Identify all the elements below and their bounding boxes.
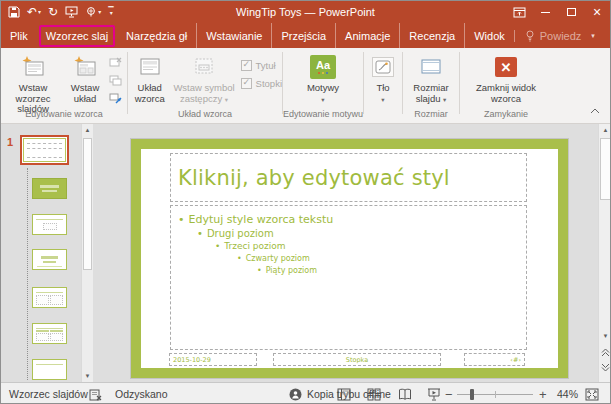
layout-thumbnail-section-header[interactable] [32, 249, 67, 270]
zoom-slider-center-tick [495, 391, 496, 398]
editor-scrollbar[interactable]: ▲ ▼ [598, 124, 611, 382]
group-closing: ✕ Zamknij widok wzorca Zamykanie [460, 48, 552, 123]
rename-slide-icon[interactable] [107, 73, 124, 88]
close-master-x-icon: ✕ [495, 57, 517, 77]
zoom-slider-thumb[interactable] [470, 389, 474, 400]
undo-icon[interactable]: ↶▾ [27, 6, 41, 18]
tab-file[interactable]: Plik [1, 23, 37, 48]
zoom-out-icon[interactable]: − [445, 383, 453, 404]
footer-placeholder[interactable]: Stopka [273, 353, 441, 366]
tab-view[interactable]: Widok [464, 23, 514, 48]
touch-mouse-mode-icon[interactable]: ▾ [85, 6, 101, 18]
status-bar: Wzorzec slajdów Odzyskano Kopia trybu of… [1, 382, 610, 404]
tab-home[interactable]: Narzędzia gł [117, 23, 196, 48]
quick-access-toolbar: ↶▾ ↻ ▾ ▔▾ [1, 6, 114, 18]
group-label: Rozmiar [403, 109, 459, 119]
group-master-layout: Układ wzorca Wstaw symbol zastępczy ▾ Ty… [128, 48, 282, 123]
bullet-level-1: •Edytuj style wzorca tekstu [178, 213, 526, 226]
proofing-status-icon[interactable] [89, 383, 102, 404]
close-master-view-button[interactable]: ✕ Zamknij widok wzorca [471, 52, 541, 104]
footers-checkbox[interactable]: Stopki [241, 78, 282, 89]
title-bar: ↶▾ ↻ ▾ ▔▾ WingTip Toys — PowerPoint × [1, 1, 610, 23]
date-placeholder[interactable]: 2015-10-29 [169, 353, 257, 366]
title-placeholder[interactable]: Kliknij, aby edytować styl [170, 153, 527, 202]
tab-slide-master[interactable]: Wzorzec slaj [46, 23, 108, 48]
scroll-down-icon[interactable]: ▼ [82, 370, 93, 382]
preserve-master-icon[interactable] [107, 91, 124, 106]
tab-review[interactable]: Recenzja [399, 23, 464, 48]
tab-insert[interactable]: Wstawianie [196, 23, 271, 48]
layout-thumbnail-two-content[interactable] [32, 287, 67, 308]
scrollbar-thumb[interactable] [83, 138, 92, 270]
slideshow-view-icon[interactable] [427, 383, 441, 404]
insert-placeholder-button[interactable]: Wstaw symbol zastępczy ▾ [171, 52, 236, 105]
insert-layout-button[interactable]: Wstaw układ [65, 52, 105, 104]
close-button[interactable]: × [584, 1, 610, 23]
scroll-up-icon[interactable]: ▲ [82, 124, 93, 136]
redo-icon[interactable]: ↻ [48, 6, 58, 18]
ribbon-tab-bar: Plik Wzorzec slaj Narzędzia gł Wstawiani… [1, 23, 610, 48]
themes-button[interactable]: Aa Motywy▾ [295, 52, 351, 105]
layout-thumbnail-title-content[interactable] [32, 214, 67, 235]
group-label: Zamykanie [460, 109, 552, 119]
tab-transitions[interactable]: Przejścia [271, 23, 335, 48]
scroll-down-icon[interactable]: ▼ [599, 330, 611, 342]
customize-qat-icon[interactable]: ▔▾ [108, 9, 113, 15]
group-size: Rozmiar slajdu ▾ Rozmiar [403, 48, 459, 123]
normal-view-icon[interactable] [337, 383, 351, 404]
master-layout-button[interactable]: Układ wzorca [128, 52, 171, 104]
slide-master-canvas: Kliknij, aby edytować styl •Edytuj style… [131, 139, 568, 378]
workspace: 1 [1, 124, 610, 382]
status-recovered[interactable]: Odzyskano [115, 383, 168, 404]
minimize-button[interactable] [532, 1, 558, 23]
insert-layout-icon [72, 54, 98, 80]
scrollbar-thumb[interactable] [600, 138, 611, 200]
status-view-name[interactable]: Wzorzec slajdów [9, 383, 88, 404]
tell-me-label: Powiedz [540, 30, 582, 42]
layout-thumbnail-title-only[interactable] [32, 359, 67, 380]
bullet-level-2: •Drugi poziom [197, 228, 526, 239]
tell-me-box[interactable]: Powiedz [514, 30, 592, 42]
group-label: Edytowanie wzorca [1, 109, 127, 119]
touch-mode-dropdown-icon[interactable]: ▾ [98, 9, 101, 15]
undo-dropdown-icon[interactable]: ▾ [38, 9, 41, 15]
group-label: Edytowanie motywu [283, 109, 363, 119]
master-thumbnail-number: 1 [7, 136, 13, 148]
layout-thumbnail-comparison[interactable] [32, 323, 67, 344]
previous-slide-icon[interactable] [599, 346, 611, 359]
title-checkbox[interactable]: Tytuł [241, 60, 282, 71]
insert-slide-master-icon [20, 54, 46, 80]
reading-view-icon[interactable] [398, 383, 412, 404]
thumbnail-panel-scrollbar[interactable]: ▲ ▼ [81, 124, 93, 382]
insert-slide-master-button[interactable]: Wstaw wzorzec slajdów [1, 52, 65, 115]
insert-placeholder-icon [192, 54, 216, 80]
master-slide-thumbnail[interactable] [20, 135, 69, 165]
zoom-level[interactable]: 44% [557, 383, 578, 404]
tab-animations[interactable]: Animacje [335, 23, 399, 48]
background-icon [372, 57, 394, 77]
next-slide-icon[interactable] [599, 361, 611, 374]
fit-to-window-icon[interactable] [585, 383, 599, 404]
lightbulb-icon [525, 30, 535, 42]
layout-connector-line [27, 168, 28, 380]
body-placeholder[interactable]: •Edytuj style wzorca tekstu •Drugi pozio… [170, 205, 527, 350]
offline-copy-icon [289, 383, 302, 404]
slide-size-button[interactable]: Rozmiar slajdu ▾ [405, 52, 457, 105]
delete-slide-icon[interactable] [107, 55, 124, 70]
ribbon: Wstaw wzorzec slajdów Wstaw układ [1, 48, 610, 124]
background-button[interactable]: Tło▾ [366, 52, 400, 105]
zoom-in-icon[interactable]: + [539, 383, 547, 404]
slide-sorter-icon[interactable] [367, 383, 381, 404]
tell-me-dropdown-icon[interactable]: ▾ [591, 32, 595, 40]
start-presentation-icon[interactable] [65, 6, 78, 18]
checkbox-checked-icon [241, 78, 252, 89]
save-icon[interactable] [8, 6, 20, 18]
themes-aa-icon: Aa [310, 55, 336, 79]
layout-thumbnail-title-slide[interactable] [32, 178, 67, 199]
scroll-up-icon[interactable]: ▲ [599, 124, 611, 136]
collapse-ribbon-icon[interactable] [590, 100, 600, 118]
maximize-button[interactable] [558, 1, 584, 23]
ribbon-display-options-icon[interactable] [506, 1, 532, 23]
slide-number-placeholder[interactable]: ‹#› [464, 353, 525, 366]
group-label: Układ wzorca [128, 109, 282, 119]
